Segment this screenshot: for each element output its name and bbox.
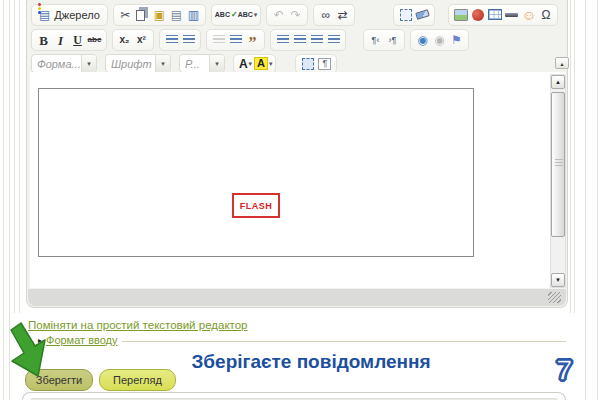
insert-flash-button[interactable] xyxy=(469,6,486,24)
replace-button[interactable]: ⇄ xyxy=(334,6,351,24)
text-direction-rtl-button[interactable]: ›¶ xyxy=(384,31,401,49)
underline-button[interactable]: U xyxy=(69,31,86,49)
numbered-list-button[interactable] xyxy=(163,31,180,49)
document-body-frame[interactable]: FLASH xyxy=(38,88,474,257)
align-justify-button[interactable] xyxy=(325,31,342,49)
insert-link-button[interactable]: ◉ xyxy=(414,31,431,49)
insert-smiley-button[interactable]: ☺ xyxy=(520,6,537,24)
scroll-up-button[interactable]: ▲ xyxy=(551,75,565,89)
bulleted-list-button[interactable] xyxy=(180,31,197,49)
resize-grip-icon[interactable] xyxy=(548,292,561,303)
font-combo[interactable]: Шрифт ▾ xyxy=(105,54,171,73)
insert-image-button[interactable] xyxy=(452,6,469,24)
text-direction-ltr-button[interactable]: ¶‹ xyxy=(367,31,384,49)
text-color-button[interactable]: A ▾ xyxy=(237,55,254,73)
toolbar-group-colors: A ▾ A ▾ xyxy=(233,54,276,74)
superscript-icon: x² xyxy=(137,35,146,45)
strikethrough-button[interactable]: abc xyxy=(86,31,103,49)
background-color-button[interactable]: A ▾ xyxy=(254,55,272,73)
page-border-line xyxy=(585,0,586,400)
strikethrough-icon: abc xyxy=(88,36,102,44)
save-button[interactable]: Зберегти xyxy=(25,369,93,391)
cut-button[interactable]: ✂ xyxy=(117,6,134,24)
maximize-button[interactable] xyxy=(299,55,316,73)
wrapper-border-line xyxy=(14,0,15,313)
next-section-box xyxy=(22,392,566,400)
horizontal-rule-button[interactable] xyxy=(503,6,520,24)
format-combo-arrow-icon[interactable]: ▾ xyxy=(81,55,96,72)
font-combo-arrow-icon[interactable]: ▾ xyxy=(155,55,170,72)
select-all-button[interactable] xyxy=(397,6,414,24)
copy-button[interactable] xyxy=(134,6,151,24)
scrollbar-thumb[interactable] xyxy=(551,92,565,237)
paste-button[interactable]: ▣ xyxy=(151,6,168,24)
page-border-line xyxy=(3,0,4,400)
input-format-link[interactable]: Формат вводу xyxy=(46,334,118,346)
toolbar-group-clipboard: ✂ ▣ ▤ ▥ xyxy=(113,4,206,26)
table-icon xyxy=(488,9,502,20)
switch-to-plain-editor-link[interactable]: Поміняти на простий текстовий редактор xyxy=(28,319,247,331)
source-button[interactable]: ▤ Джерело xyxy=(35,6,104,24)
toolbar-collapse-button[interactable]: ▴ xyxy=(555,57,569,69)
bold-button[interactable]: B xyxy=(35,31,52,49)
toolbar-group-tools: ¶ xyxy=(295,54,337,74)
insert-table-button[interactable] xyxy=(486,6,503,24)
superscript-button[interactable]: x² xyxy=(133,31,150,49)
page-border-line xyxy=(597,0,598,400)
undo-button[interactable]: ↶ xyxy=(270,6,287,24)
blockquote-button[interactable]: ” xyxy=(244,31,261,49)
find-button[interactable]: ∞ xyxy=(317,6,334,24)
text-color-icon: A xyxy=(239,58,248,70)
align-right-button[interactable] xyxy=(308,31,325,49)
input-format-toggle[interactable]: ▸ Формат вводу xyxy=(34,334,122,346)
toolbar-group-selection xyxy=(393,4,435,26)
numbered-list-icon xyxy=(166,35,178,45)
subscript-button[interactable]: x₂ xyxy=(116,31,133,49)
horizontal-rule-icon xyxy=(505,13,518,17)
flash-icon xyxy=(472,9,484,21)
indent-button[interactable] xyxy=(227,31,244,49)
remove-format-icon xyxy=(416,9,431,20)
redo-button[interactable]: ↷ xyxy=(287,6,304,24)
direction-ltr-icon: ¶‹ xyxy=(372,36,380,45)
flash-placeholder[interactable]: FLASH xyxy=(232,193,280,218)
spellcheck-button[interactable]: ABC ✓ xyxy=(215,6,238,24)
copy-icon xyxy=(136,10,145,21)
italic-icon: I xyxy=(58,34,63,47)
paste-from-word-button[interactable]: ▥ xyxy=(185,6,202,24)
font-combo-value: Шрифт xyxy=(106,58,155,70)
format-combo[interactable]: Форма... ▾ xyxy=(31,54,97,73)
page-border-line xyxy=(9,0,10,400)
scroll-down-button[interactable]: ▼ xyxy=(551,273,565,287)
size-combo-arrow-icon[interactable]: ▾ xyxy=(209,55,224,72)
preview-button[interactable]: Перегляд xyxy=(99,369,176,391)
undo-icon: ↶ xyxy=(274,9,284,21)
spellcheck-options-button[interactable]: ABC ▾ xyxy=(238,6,258,24)
toolbar-group-links: ◉ ◉ ⚑ xyxy=(410,29,469,51)
anchor-button[interactable]: ⚑ xyxy=(448,31,465,49)
editing-area[interactable]: FLASH xyxy=(30,72,566,288)
source-button-label: Джерело xyxy=(54,9,99,21)
toolbar-row-2: B I U abc x₂ x² ” ¶‹ ›¶ ◉ xyxy=(27,27,567,53)
rich-text-editor: ▤ Джерело ✂ ▣ ▤ ▥ ABC ✓ ABC ▾ ↶ ↷ ∞ xyxy=(26,0,568,308)
align-left-button[interactable] xyxy=(274,31,291,49)
italic-button[interactable]: I xyxy=(52,31,69,49)
paste-from-word-icon: ▥ xyxy=(188,9,199,21)
input-format-fieldset: ▸ Формат вводу xyxy=(26,341,566,342)
remove-format-button[interactable] xyxy=(414,6,431,24)
align-center-button[interactable] xyxy=(291,31,308,49)
text-color-arrow-icon: ▾ xyxy=(249,60,253,67)
special-char-button[interactable]: Ω xyxy=(537,6,554,24)
spellcheck-options-icon: ABC xyxy=(238,11,253,18)
size-combo[interactable]: Р... ▾ xyxy=(179,54,225,73)
image-icon xyxy=(454,9,468,21)
editor-scrollbar[interactable]: ▲ ▼ xyxy=(550,74,566,288)
toolbar-row-1: ▤ Джерело ✂ ▣ ▤ ▥ ABC ✓ ABC ▾ ↶ ↷ ∞ xyxy=(27,0,567,27)
outdent-button[interactable] xyxy=(210,31,227,49)
unlink-button[interactable]: ◉ xyxy=(431,31,448,49)
toolbar-group-subsup: x₂ x² xyxy=(112,29,154,51)
toolbar-group-insert: ☺ Ω xyxy=(448,4,558,26)
find-icon: ∞ xyxy=(322,9,331,21)
show-blocks-button[interactable]: ¶ xyxy=(316,55,333,73)
paste-as-text-button[interactable]: ▤ xyxy=(168,6,185,24)
